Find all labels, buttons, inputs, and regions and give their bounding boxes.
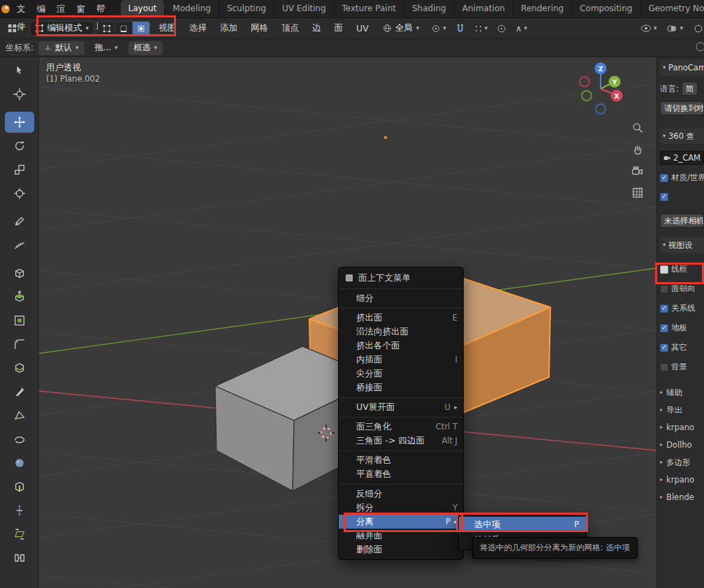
section-krpano-1[interactable]: ▸krpano: [660, 420, 704, 434]
menu-item-dissolve-faces[interactable]: 融并面: [339, 529, 463, 543]
section-export[interactable]: ▸导出: [660, 403, 704, 417]
tab-layout[interactable]: Layout: [121, 0, 166, 17]
editor-type-button[interactable]: ▾: [4, 21, 26, 36]
menu-item-triangulate[interactable]: 面三角化Ctrl T: [339, 420, 463, 434]
section-360-view[interactable]: ▾ 360 查: [660, 128, 704, 144]
tool-annotate[interactable]: [5, 211, 34, 232]
tool-poly-build[interactable]: [5, 405, 34, 426]
menu-item-extrude-faces[interactable]: 挤出面E: [339, 311, 463, 325]
camera-view-icon[interactable]: [630, 163, 645, 179]
material-world-check[interactable]: ✓ 材质/世界: [660, 172, 704, 184]
tool-rip-region[interactable]: [5, 547, 34, 568]
menu-edge[interactable]: 边: [307, 21, 326, 36]
tab-geometry-nodes[interactable]: Geometry Nodes: [640, 0, 704, 17]
extra-check[interactable]: ✓: [660, 191, 704, 203]
tab-sculpting[interactable]: Sculpting: [219, 0, 274, 17]
menu-vertex[interactable]: 顶点: [277, 21, 304, 36]
tool-bevel[interactable]: [5, 334, 34, 355]
submenu-item-selection[interactable]: 选中项P: [459, 517, 586, 532]
menu-item-poke-faces[interactable]: 尖分面: [339, 367, 463, 381]
vertex-select-button[interactable]: [98, 21, 115, 36]
menu-item-extrude-along-normals[interactable]: 沿法向挤出面: [339, 325, 463, 339]
tab-rendering[interactable]: Rendering: [513, 0, 572, 17]
menu-item-separate[interactable]: 分离P▸: [339, 515, 463, 529]
tab-compositing[interactable]: Compositing: [572, 0, 640, 17]
tab-uv-editing[interactable]: UV Editing: [274, 0, 335, 17]
tab-shading[interactable]: Shading: [404, 0, 455, 17]
check-face-orientation[interactable]: 面朝向: [660, 283, 704, 295]
orthographic-grid-icon[interactable]: [630, 185, 645, 200]
menu-item-bridge-faces[interactable]: 桥接面: [339, 381, 463, 395]
no-camera-button[interactable]: 未选择相机: [660, 214, 704, 228]
select-box-dropdown[interactable]: 框选 ▾: [129, 41, 163, 55]
menu-view[interactable]: 视图: [154, 21, 181, 36]
tool-tweak-select[interactable]: [5, 60, 34, 81]
menu-item-subdivide[interactable]: 细分: [339, 291, 463, 305]
camera-select-field[interactable]: 2_CAM: [660, 151, 704, 165]
tool-scale[interactable]: [5, 159, 34, 180]
menu-item-uv-unwrap[interactable]: UV展开面U▸: [339, 400, 463, 414]
tool-shear[interactable]: [5, 524, 34, 545]
menu-mesh[interactable]: 网格: [246, 21, 273, 36]
tool-rotate[interactable]: [5, 135, 34, 156]
navigation-gizmo[interactable]: Z Y X: [559, 57, 650, 124]
section-polygon[interactable]: ▸多边形: [660, 455, 704, 469]
check-relationship-lines[interactable]: ✓ 关系线: [660, 302, 704, 314]
menu-item-extrude-individual[interactable]: 挤出各个面: [339, 339, 463, 353]
menu-render[interactable]: 渲染: [51, 0, 71, 17]
viewport-gizmos-button[interactable]: ▾: [663, 21, 686, 36]
mode-dropdown[interactable]: 编辑模式 ▾: [29, 21, 95, 36]
tool-transform[interactable]: [5, 183, 34, 204]
tool-add-cube[interactable]: [5, 263, 34, 284]
tool-edge-slide[interactable]: [5, 476, 34, 497]
tab-texture-paint[interactable]: Texture Paint: [335, 0, 404, 17]
tool-shrink-fatten[interactable]: [5, 500, 34, 521]
menu-window[interactable]: 窗口: [71, 0, 91, 17]
menu-select[interactable]: 选择: [184, 21, 212, 36]
menu-item-unsubdivide[interactable]: 反细分: [339, 487, 463, 501]
menu-item-inset-faces[interactable]: 内插面I: [339, 353, 463, 367]
tool-spin[interactable]: [5, 429, 34, 450]
menu-face[interactable]: 面: [330, 21, 349, 36]
section-assist[interactable]: ▸辅助: [660, 385, 704, 399]
menu-uv[interactable]: UV: [351, 22, 374, 35]
tool-smooth[interactable]: [5, 453, 34, 473]
menu-item-tris-to-quads[interactable]: 三角面 -> 四边面Alt J: [339, 434, 463, 448]
check-other[interactable]: ✓ 其它: [660, 341, 704, 353]
check-floor[interactable]: ✓ 地板: [660, 322, 704, 334]
zoom-icon[interactable]: [630, 120, 645, 135]
sidebar-tab-panocam[interactable]: ▾ PanoCam: [660, 60, 704, 75]
menu-item-split[interactable]: 拆分Y: [339, 501, 463, 515]
face-select-button[interactable]: [133, 21, 150, 36]
menu-item-delete-faces[interactable]: 删除面: [339, 543, 463, 557]
section-view-settings[interactable]: ▾ 视图设: [660, 237, 704, 253]
switch-object-button[interactable]: 请切换到对: [660, 101, 704, 115]
proportional-falloff-button[interactable]: ∧ ▾: [513, 21, 529, 36]
menu-edit[interactable]: 编辑: [31, 0, 52, 17]
tab-modeling[interactable]: Modeling: [165, 0, 219, 17]
coordinate-system-dropdown[interactable]: 默认 ▾: [38, 41, 85, 55]
transform-orientation-dropdown[interactable]: 全局 ▾: [377, 21, 425, 36]
section-krpano-2[interactable]: ▸krpano: [660, 473, 704, 487]
tool-move[interactable]: [5, 112, 34, 133]
menu-file[interactable]: 文件: [11, 0, 31, 17]
tool-inset-faces[interactable]: [5, 310, 34, 331]
3d-viewport[interactable]: 用户透视 (1) Plane.002 Z: [39, 57, 657, 588]
blender-logo-icon[interactable]: [0, 0, 11, 17]
menu-help[interactable]: 帮助: [91, 0, 111, 17]
tool-loop-cut[interactable]: [5, 358, 34, 378]
section-dollhouse[interactable]: ▸Dollho: [660, 438, 704, 452]
tool-extrude-region[interactable]: [5, 286, 34, 307]
tab-animation[interactable]: Animation: [455, 0, 513, 17]
check-background[interactable]: 背景: [660, 361, 704, 373]
edge-select-button[interactable]: [115, 21, 133, 36]
menu-item-shade-smooth[interactable]: 平滑着色: [339, 453, 463, 467]
show-object-types-button[interactable]: ▾: [638, 21, 660, 36]
section-blender[interactable]: ▸Blende: [660, 490, 704, 504]
pivot-point-button[interactable]: ▾: [428, 21, 449, 36]
menu-item-shade-flat[interactable]: 平直着色: [339, 467, 463, 481]
snap-toggle-button[interactable]: [453, 21, 468, 36]
viewport-shading-button[interactable]: [690, 21, 704, 36]
menu-add[interactable]: 添加: [215, 21, 242, 36]
tool-cursor[interactable]: [5, 84, 34, 105]
